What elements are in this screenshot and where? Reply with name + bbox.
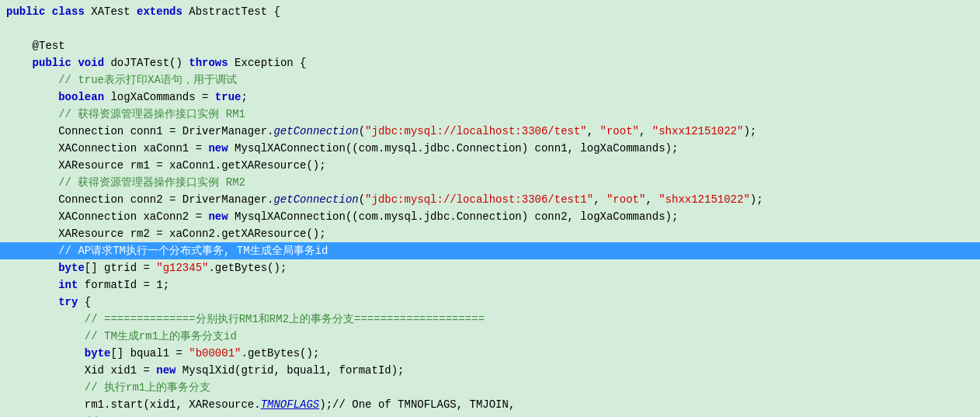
code-token <box>6 259 58 276</box>
code-token: XAConnection xaConn1 = <box>6 140 208 157</box>
code-line: // 执行rm1上的事务分支 <box>0 379 980 396</box>
code-token <box>6 89 58 106</box>
code-token: AbstractTest { <box>182 3 280 20</box>
code-token: MysqlXid(gtrid, bqual1, formatId); <box>175 362 404 379</box>
code-line: public class XATest extends AbstractTest… <box>0 3 980 20</box>
code-line: // true表示打印XA语句，用于调试 <box>0 71 980 89</box>
code-token: class <box>52 3 85 20</box>
code-line: // AP请求TM执行一个分布式事务, TM生成全局事务id <box>0 242 980 259</box>
code-line: XAConnection xaConn2 = new MysqlXAConnec… <box>0 208 980 225</box>
code-token: MysqlXAConnection((com.mysql.jdbc.Connec… <box>228 140 679 157</box>
code-line: Xid xid1 = new MysqlXid(gtrid, bqual1, f… <box>0 362 980 379</box>
code-token: "shxx12151022" <box>652 123 744 140</box>
code-token: true <box>215 89 242 106</box>
code-token: "shxx12151022" <box>659 191 750 208</box>
code-token: );// One of TMNOFLAGS, TMJOIN, <box>319 396 515 413</box>
code-line: Connection conn2 = DriverManager.getConn… <box>0 191 980 208</box>
code-line: // 获得资源管理器操作接口实例 RM1 <box>0 106 980 123</box>
code-token: TMNOFLAGS <box>261 396 320 413</box>
code-token: { <box>78 294 91 311</box>
code-line: rm1.start(xid1, XAResource.TMNOFLAGS);//… <box>0 396 980 413</box>
code-token: new <box>208 208 228 225</box>
code-token: "jdbc:mysql://localhost:3306/test" <box>365 123 587 140</box>
code-token: "root" <box>606 191 645 208</box>
code-token: // TMSUSPEND <box>6 413 221 417</box>
code-line: Connection conn1 = DriverManager.getConn… <box>0 123 980 140</box>
code-token: .getBytes(); <box>208 259 287 276</box>
code-line: XAResource rm1 = xaConn1.getXAResource()… <box>0 157 980 174</box>
code-token: , <box>645 191 659 208</box>
code-line: byte[] bqual1 = "b00001".getBytes(); <box>0 345 980 362</box>
code-line <box>0 20 980 37</box>
code-token: ; <box>241 89 247 106</box>
code-token: getConnection <box>273 123 358 140</box>
code-line: XAConnection xaConn1 = new MysqlXAConnec… <box>0 140 980 157</box>
code-token: Exception { <box>228 54 307 71</box>
code-token: "b00001" <box>189 345 241 362</box>
code-token: XATest <box>85 3 137 20</box>
code-line: // 获得资源管理器操作接口实例 RM2 <box>0 174 980 191</box>
code-token: "root" <box>600 123 639 140</box>
code-token: throws <box>189 54 228 71</box>
code-line: @Test <box>0 37 980 54</box>
code-token: .getBytes(); <box>241 345 319 362</box>
code-token: [] bqual1 = <box>110 345 189 362</box>
code-line: XAResource rm2 = xaConn2.getXAResource()… <box>0 225 980 242</box>
code-token: new <box>208 140 228 157</box>
code-token: getConnection <box>273 191 358 208</box>
code-token: rm1.start(xid1, XAResource. <box>6 396 261 413</box>
code-line: // ==============分别执行RM1和RM2上的事务分支======… <box>0 311 980 328</box>
code-token: ( <box>359 123 365 140</box>
code-token: // 获得资源管理器操作接口实例 RM2 <box>6 174 245 191</box>
code-token <box>45 3 51 20</box>
code-token: // ==============分别执行RM1和RM2上的事务分支======… <box>6 311 485 328</box>
code-token: // TM生成rm1上的事务分支id <box>6 328 237 345</box>
code-token <box>6 276 58 294</box>
code-line: public void doJTATest() throws Exception… <box>0 54 980 71</box>
code-token: formatId = 1; <box>78 276 169 294</box>
code-token: "g12345" <box>156 259 208 276</box>
code-token: XAResource rm2 = xaConn2.getXAResource()… <box>6 225 326 242</box>
code-token: logXaCommands = <box>104 89 215 106</box>
code-line: try { <box>0 294 980 311</box>
code-token: Connection conn1 = DriverManager. <box>6 123 273 140</box>
code-token: // 执行rm1上的事务分支 <box>6 379 210 396</box>
code-token: Connection conn2 = DriverManager. <box>6 191 273 208</box>
code-token: doJTATest() <box>104 54 189 71</box>
code-token: boolean <box>58 89 104 106</box>
code-token: ); <box>750 191 763 208</box>
code-token: , <box>587 123 600 140</box>
code-token: void <box>78 54 104 71</box>
code-line: int formatId = 1; <box>0 276 980 294</box>
code-token: ( <box>359 191 365 208</box>
code-token: try <box>6 294 78 311</box>
code-token <box>71 54 78 71</box>
code-token: byte <box>58 259 85 276</box>
code-token: XAResource rm1 = xaConn1.getXAResource()… <box>6 157 326 174</box>
code-line: // TM生成rm1上的事务分支id <box>0 328 980 345</box>
code-token: MysqlXAConnection((com.mysql.jdbc.Connec… <box>228 208 679 225</box>
code-token: extends <box>137 3 182 20</box>
code-token: byte <box>85 345 111 362</box>
code-token: // 获得资源管理器操作接口实例 RM1 <box>6 106 245 123</box>
code-token: int <box>58 276 78 294</box>
code-token: ); <box>743 123 756 140</box>
code-token: // true表示打印XA语句，用于调试 <box>6 71 237 89</box>
code-token <box>6 345 85 362</box>
code-token: , <box>593 191 606 208</box>
code-token: @Test <box>6 37 65 54</box>
code-line: boolean logXaCommands = true; <box>0 89 980 106</box>
code-token: , <box>639 123 652 140</box>
code-token: XAConnection xaConn2 = <box>6 208 208 225</box>
code-line: byte[] gtrid = "g12345".getBytes(); <box>0 259 980 276</box>
code-token: public <box>6 3 45 20</box>
code-token: Xid xid1 = <box>6 362 156 379</box>
code-token <box>6 54 33 71</box>
code-line: // TMSUSPEND <box>0 413 980 417</box>
code-token: [] gtrid = <box>85 259 156 276</box>
code-editor: public class XATest extends AbstractTest… <box>0 0 980 417</box>
code-token: new <box>156 362 175 379</box>
code-token: // AP请求TM执行一个分布式事务, TM生成全局事务id <box>6 242 328 259</box>
code-token: "jdbc:mysql://localhost:3306/test1" <box>365 191 593 208</box>
code-token: public <box>33 54 71 71</box>
